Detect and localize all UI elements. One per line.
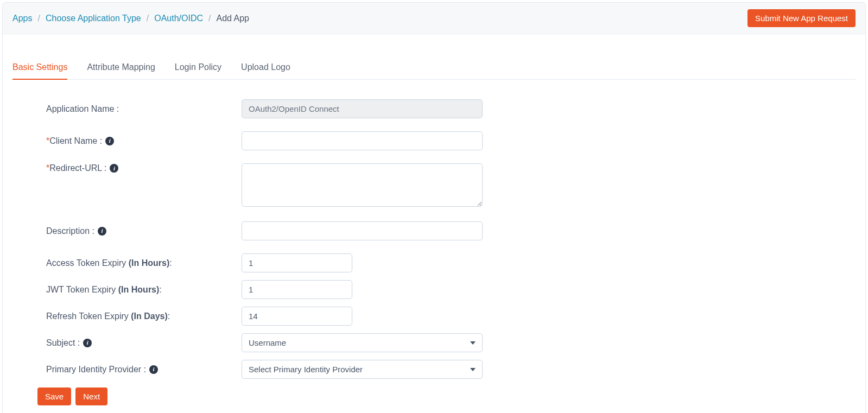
primary-idp-label: Primary Identity Provider : i [46, 365, 242, 374]
info-icon[interactable]: i [105, 137, 114, 145]
breadcrumb-add-app: Add App [216, 14, 249, 23]
jwt-token-expiry-input[interactable] [242, 280, 352, 299]
info-icon[interactable]: i [110, 164, 118, 173]
tabs: Basic Settings Attribute Mapping Login P… [12, 58, 856, 80]
subject-label: Subject : i [46, 338, 242, 348]
submit-new-app-request-button[interactable]: Submit New App Request [747, 9, 856, 27]
subject-select[interactable]: Username [242, 333, 483, 352]
next-button[interactable]: Next [75, 387, 107, 405]
redirect-url-label: *Redirect-URL : i [46, 163, 242, 173]
save-button[interactable]: Save [37, 387, 71, 405]
access-token-expiry-input[interactable] [242, 253, 352, 272]
tab-login-policy[interactable]: Login Policy [175, 58, 221, 80]
info-icon[interactable]: i [98, 227, 106, 236]
primary-idp-select[interactable]: Select Primary Identity Provider [242, 360, 483, 379]
access-token-expiry-label: Access Token Expiry (In Hours): [46, 258, 242, 268]
tab-basic-settings[interactable]: Basic Settings [12, 58, 67, 80]
application-name-input [242, 99, 483, 118]
info-icon[interactable]: i [149, 365, 158, 374]
breadcrumb-sep: / [37, 14, 40, 23]
refresh-token-expiry-input[interactable] [242, 307, 352, 326]
client-name-label: *Client Name : i [46, 136, 242, 146]
breadcrumb-oauth-oidc[interactable]: OAuth/OIDC [154, 14, 203, 23]
description-input[interactable] [242, 221, 483, 240]
client-name-input[interactable] [242, 131, 483, 150]
tab-attribute-mapping[interactable]: Attribute Mapping [87, 58, 155, 80]
info-icon[interactable]: i [83, 339, 92, 347]
jwt-token-expiry-label: JWT Token Expiry (In Hours): [46, 285, 242, 295]
refresh-token-expiry-label: Refresh Token Expiry (In Days): [46, 312, 242, 321]
tab-upload-logo[interactable]: Upload Logo [241, 58, 290, 80]
breadcrumb-apps[interactable]: Apps [12, 14, 32, 23]
application-name-label: Application Name : [46, 104, 242, 114]
breadcrumb: Apps / Choose Application Type / OAuth/O… [12, 14, 249, 23]
breadcrumb-choose-app-type[interactable]: Choose Application Type [46, 14, 141, 23]
breadcrumb-sep: / [208, 14, 211, 23]
redirect-url-textarea[interactable] [242, 163, 483, 207]
description-label: Description : i [46, 226, 242, 236]
breadcrumb-sep: / [147, 14, 149, 23]
